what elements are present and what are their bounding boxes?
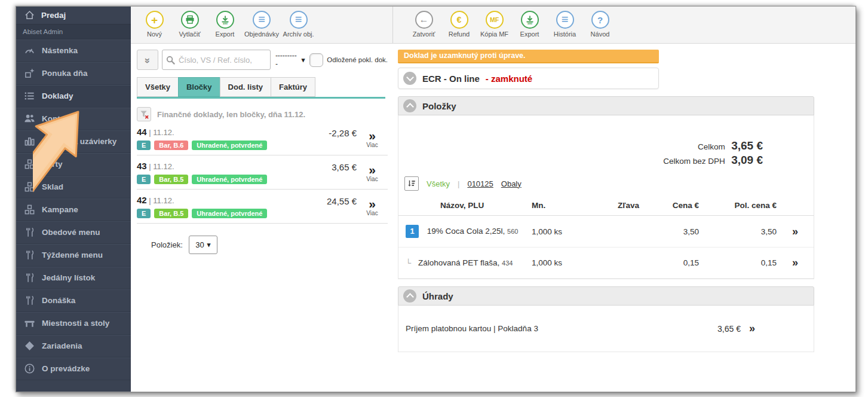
items-table-header: Názov, PLU Mn. Zľava Cena € Pol. cena € bbox=[398, 196, 814, 216]
new-button[interactable]: + Nový bbox=[137, 11, 172, 38]
refund-button[interactable]: € Refund bbox=[441, 11, 477, 38]
boxes-icon bbox=[24, 158, 35, 170]
print-button[interactable]: Vytlačiť bbox=[172, 11, 207, 38]
sidebar-item-ponuka-dna[interactable]: Ponuka dňa bbox=[16, 62, 131, 85]
expand-filters-button[interactable]: » bbox=[137, 50, 158, 70]
sidebar-item-miestnosti-a-stoly[interactable]: Miestnosti a stoly bbox=[16, 312, 131, 335]
toolbars: + Nový Vytlačiť xml Export ≡ bbox=[131, 7, 855, 44]
sidebar-item-jedalny-listok[interactable]: Jedálny lístok bbox=[16, 267, 131, 289]
funnel-remove-icon bbox=[140, 110, 149, 119]
item-unit: ks bbox=[554, 227, 563, 236]
double-chevron-right-icon: » bbox=[369, 197, 376, 210]
payment-detail-arrow[interactable]: » bbox=[749, 322, 755, 335]
history-button[interactable]: ≡ História bbox=[547, 11, 582, 38]
chevron-up-icon[interactable] bbox=[403, 99, 416, 112]
page-size-select[interactable]: 30 ▾ bbox=[189, 236, 217, 254]
items-section-header[interactable]: Položky bbox=[398, 96, 814, 115]
chevron-down-icon[interactable] bbox=[403, 72, 416, 85]
tab-blocky[interactable]: Bločky bbox=[178, 77, 220, 97]
search-icon bbox=[166, 56, 175, 65]
deferred-docs-checkbox[interactable] bbox=[309, 53, 323, 67]
tab-vsetky[interactable]: Všetky bbox=[137, 77, 178, 97]
item-row[interactable]: 1 19% Coca Cola 2,25l, 560 1,000 ks 3,50… bbox=[398, 216, 814, 248]
items-filter-packaging-link[interactable]: Obaly bbox=[501, 179, 522, 188]
sidebar-item-nastenka[interactable]: Nástenka bbox=[16, 39, 131, 62]
svg-text:xml: xml bbox=[223, 22, 228, 25]
doc-more-button[interactable]: » Viac bbox=[357, 127, 388, 150]
sidebar-item-karty[interactable]: Karty bbox=[16, 153, 131, 176]
col-discount: Zľava bbox=[597, 196, 639, 216]
item-row[interactable]: └ Zálohovaná PET flaša, 434 1,000 ks 0,1… bbox=[398, 248, 814, 279]
payments-section-header[interactable]: Úhrady bbox=[398, 286, 814, 306]
chevron-up-icon[interactable] bbox=[403, 289, 416, 303]
search-input[interactable] bbox=[179, 56, 261, 65]
export-button[interactable]: xml Export bbox=[207, 11, 243, 38]
boxes-icon bbox=[24, 181, 35, 193]
sort-button[interactable] bbox=[404, 176, 419, 191]
chevron-down-icon: ▾ bbox=[207, 241, 211, 249]
plus-icon: + bbox=[146, 11, 164, 29]
doc-amount: -2,28 € bbox=[302, 127, 357, 150]
item-price: 3,50 bbox=[639, 216, 699, 248]
items-section-body: Celkom 3,65 € Celkom bez DPH 3,09 € bbox=[398, 115, 814, 279]
menu-lines-icon: ≡ bbox=[556, 11, 574, 29]
doc-more-button[interactable]: » Viac bbox=[357, 195, 388, 218]
item-detail-arrow[interactable]: » bbox=[792, 256, 798, 268]
sidebar-item-donaska[interactable]: Donáška bbox=[16, 289, 131, 312]
filter-dropdown[interactable]: ---------- ▾ bbox=[274, 51, 306, 68]
sidebar-item-tyzdenne-menu[interactable]: Týždenné menu bbox=[16, 244, 131, 267]
sidebar-item-zariadenia[interactable]: Zariadenia bbox=[16, 335, 131, 358]
ecr-status-box[interactable]: ECR - On line - zamknuté bbox=[398, 68, 659, 89]
doc-amount: 24,55 € bbox=[302, 195, 357, 218]
item-qty: 1,000 bbox=[532, 258, 552, 267]
help-button[interactable]: ? Návod bbox=[582, 11, 618, 38]
items-table: Názov, PLU Mn. Zľava Cena € Pol. cena € bbox=[398, 196, 814, 279]
menu-lines-icon: ≡ bbox=[290, 11, 308, 29]
lock-banner: Doklad je uzamknutý proti úprave. bbox=[398, 50, 659, 63]
page-size-label: Položiek: bbox=[151, 240, 183, 249]
clear-filter-button[interactable] bbox=[137, 107, 151, 121]
documents-list-panel: » ---------- ▾ Odložené pokl. dok. Všetk… bbox=[131, 44, 392, 392]
document-row[interactable]: 43 | 11.12. E Bar, B.5 Uhradené, potvrde… bbox=[137, 155, 388, 190]
doc-more-button[interactable]: » Viac bbox=[357, 161, 388, 184]
doc-type-badge: E bbox=[137, 209, 151, 218]
deferred-docs-label: Odložené pokl. dok. bbox=[327, 56, 388, 63]
export-button[interactable]: xml Export bbox=[512, 11, 547, 38]
tab-faktury[interactable]: Faktúry bbox=[271, 77, 315, 97]
item-detail-arrow[interactable]: » bbox=[792, 225, 798, 237]
tab-dod-listy[interactable]: Dod. listy bbox=[220, 77, 271, 97]
sidebar-item-kampane[interactable]: Kampane bbox=[16, 198, 131, 221]
sidebar-item-predaj[interactable]: Predaj bbox=[16, 7, 131, 25]
boxes-icon bbox=[24, 204, 35, 215]
sidebar-item-obedove-menu[interactable]: Obedové menu bbox=[16, 221, 131, 244]
items-filter-all[interactable]: Všetky bbox=[427, 179, 450, 188]
sidebar-item-o-prevadzke[interactable]: O prevádzke bbox=[16, 358, 131, 380]
item-plu: 434 bbox=[502, 259, 513, 267]
doc-place-badge: Bar, B.6 bbox=[154, 141, 188, 150]
item-price: 0,15 bbox=[639, 248, 699, 279]
items-filter-date-link[interactable]: 010125 bbox=[467, 179, 493, 188]
close-button[interactable]: ← Zatvoriť bbox=[406, 11, 441, 38]
document-tabs: Všetky Bločky Dod. listy Faktúry bbox=[137, 77, 388, 97]
document-row[interactable]: 44 | 11.12. E Bar, B.6 Uhradené, potvrde… bbox=[137, 121, 388, 155]
orders-button[interactable]: ≡ Objednávky bbox=[243, 11, 281, 38]
cutlery-icon bbox=[24, 249, 35, 261]
copy-mf-button[interactable]: MF Kópia MF bbox=[477, 11, 512, 38]
bar-chart-icon bbox=[24, 136, 35, 147]
sidebar-item-doklady[interactable]: Doklady bbox=[16, 85, 131, 108]
double-chevron-right-icon: » bbox=[369, 163, 376, 176]
col-price: Cena € bbox=[639, 196, 699, 216]
list-icon bbox=[24, 90, 35, 102]
sidebar-item-sklad[interactable]: Sklad bbox=[16, 176, 131, 198]
sidebar-item-pokladna-uzavierky[interactable]: Pokladňa uzávierky bbox=[16, 130, 131, 153]
document-row[interactable]: 42 | 11.12. E Bar, B.5 Uhradené, potvrde… bbox=[137, 190, 388, 224]
doc-date: 11.12. bbox=[153, 196, 174, 205]
sidebar-item-kontakty[interactable]: Kontakty bbox=[16, 108, 131, 130]
tab-underline bbox=[137, 97, 385, 99]
orders-archive-button[interactable]: ≡ Archív obj. bbox=[281, 11, 316, 38]
payment-row[interactable]: Príjem platobnou kartou | Pokladňa 3 3,6… bbox=[398, 306, 814, 352]
cutlery-icon bbox=[24, 272, 35, 283]
col-qty: Mn. bbox=[532, 196, 597, 216]
item-plu: 560 bbox=[507, 228, 518, 235]
doc-number: 44 bbox=[137, 127, 147, 137]
